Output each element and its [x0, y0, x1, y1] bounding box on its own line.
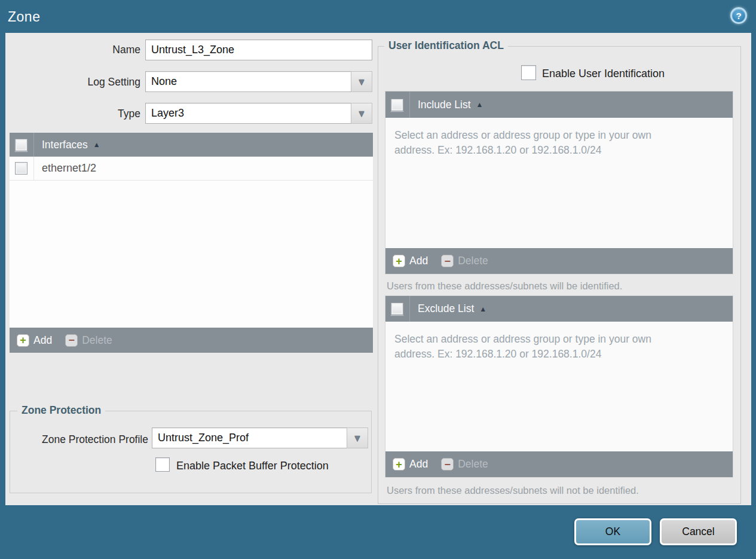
header-divider [409, 296, 410, 322]
exclude-list-caption: Users from these addresses/subnets will … [387, 485, 639, 496]
interface-name: ethernet1/2 [42, 162, 96, 175]
help-icon[interactable]: ? [730, 7, 747, 24]
header-divider [409, 91, 410, 118]
exclude-add-button[interactable]: + Add [393, 458, 428, 471]
log-setting-label: Log Setting [35, 76, 140, 88]
include-list-placeholder: Select an address or address group or ty… [385, 118, 693, 158]
zone-protection-profile-label: Zone Protection Profile [13, 433, 148, 446]
exclude-delete-button[interactable]: − Delete [441, 458, 488, 471]
chevron-down-icon: ▼ [357, 109, 366, 118]
enable-packet-buffer-protection-label: Enable Packet Buffer Protection [176, 460, 329, 472]
add-button[interactable]: + Add [17, 334, 52, 347]
plus-glyph: + [396, 459, 402, 470]
zone-protection-profile-input[interactable] [152, 427, 347, 448]
plus-icon: + [17, 334, 29, 347]
add-button-label: Add [33, 334, 52, 347]
include-delete-button[interactable]: − Delete [441, 255, 488, 267]
zone-dialog: Zone ? Name Log Setting ▼ Type ▼ Interfa… [0, 0, 756, 559]
exclude-add-button-label: Add [409, 458, 428, 471]
zone-protection-legend: Zone Protection [17, 404, 105, 417]
type-input[interactable] [145, 103, 351, 124]
minus-icon: − [65, 334, 78, 347]
sort-ascending-icon[interactable]: ▲ [93, 141, 100, 148]
interfaces-table-footer: + Add − Delete [10, 328, 373, 353]
minus-glyph: − [444, 459, 451, 470]
header-divider [33, 133, 34, 157]
exclude-delete-button-label: Delete [458, 458, 488, 471]
include-list-column-header[interactable]: Include List [418, 99, 471, 111]
dialog-title: Zone [8, 9, 40, 25]
row-checkbox[interactable] [15, 162, 27, 175]
minus-icon: − [441, 458, 454, 471]
log-setting-dropdown-button[interactable]: ▼ [351, 71, 372, 92]
minus-glyph: − [68, 335, 75, 346]
minus-icon: − [441, 255, 454, 267]
exclude-list-footer: + Add − Delete [385, 451, 733, 477]
enable-packet-buffer-protection-checkbox[interactable] [155, 457, 170, 472]
exclude-list-header: Exclude List ▲ [385, 296, 733, 322]
plus-glyph: + [396, 256, 402, 267]
interfaces-table: Interfaces ▲ ethernet1/2 + Add − Delete [10, 133, 373, 353]
exclude-list-placeholder: Select an address or address group or ty… [385, 322, 693, 362]
cancel-button[interactable]: Cancel [660, 518, 737, 545]
user-identification-acl-legend: User Identification ACL [384, 39, 508, 52]
row-divider [33, 157, 34, 180]
sort-ascending-icon[interactable]: ▲ [479, 306, 486, 313]
exclude-list-column-header[interactable]: Exclude List [418, 303, 474, 315]
include-add-button-label: Add [409, 255, 428, 267]
log-setting-input[interactable] [145, 71, 351, 92]
select-all-checkbox[interactable] [15, 139, 27, 151]
table-empty-area [10, 181, 373, 328]
include-select-all-checkbox[interactable] [391, 99, 403, 111]
include-list-header: Include List ▲ [385, 91, 733, 118]
plus-icon: + [393, 255, 405, 267]
include-list-panel: Include List ▲ Select an address or addr… [385, 91, 733, 274]
ok-button-label: OK [605, 526, 620, 538]
name-label: Name [35, 44, 140, 56]
delete-button[interactable]: − Delete [65, 334, 112, 347]
zone-protection-profile-dropdown-button[interactable]: ▼ [347, 427, 368, 448]
user-identification-acl-section: User Identification ACL Enable User Iden… [378, 46, 741, 504]
plus-glyph: + [20, 335, 26, 346]
exclude-list-panel: Exclude List ▲ Select an address or addr… [385, 296, 733, 477]
zone-protection-section: Zone Protection Zone Protection Profile … [10, 411, 372, 493]
cancel-button-label: Cancel [682, 526, 714, 538]
chevron-down-icon: ▼ [357, 77, 366, 87]
enable-user-identification-label: Enable User Identification [542, 68, 665, 80]
include-add-button[interactable]: + Add [393, 255, 428, 267]
interfaces-column-header[interactable]: Interfaces [42, 139, 88, 151]
interfaces-table-header: Interfaces ▲ [10, 133, 373, 157]
chevron-down-icon: ▼ [353, 433, 362, 443]
sort-ascending-icon[interactable]: ▲ [476, 101, 483, 108]
table-row[interactable]: ethernet1/2 [10, 157, 373, 181]
include-list-footer: + Add − Delete [385, 248, 733, 274]
include-list-caption: Users from these addresses/subnets will … [387, 280, 622, 292]
enable-user-identification-checkbox[interactable] [521, 65, 536, 80]
type-label: Type [35, 108, 140, 120]
include-delete-button-label: Delete [458, 255, 488, 267]
type-dropdown-button[interactable]: ▼ [351, 103, 372, 124]
plus-icon: + [393, 458, 405, 471]
name-input[interactable] [145, 39, 372, 60]
delete-button-label: Delete [82, 334, 112, 347]
question-mark-glyph: ? [736, 11, 741, 21]
exclude-list-body[interactable]: Select an address or address group or ty… [385, 322, 733, 451]
minus-glyph: − [444, 256, 451, 267]
include-list-body[interactable]: Select an address or address group or ty… [385, 118, 733, 248]
exclude-select-all-checkbox[interactable] [391, 303, 403, 315]
ok-button[interactable]: OK [574, 518, 651, 545]
